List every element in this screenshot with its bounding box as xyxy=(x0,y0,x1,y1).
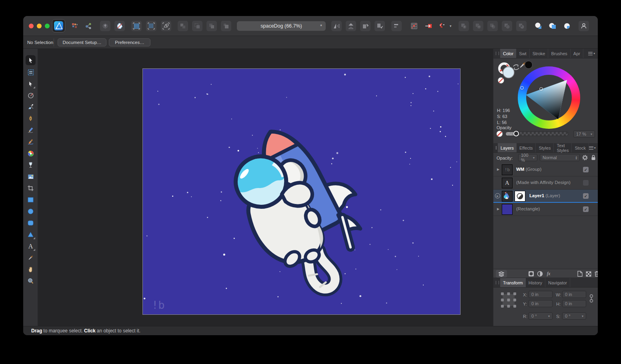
share-button[interactable] xyxy=(100,21,110,31)
unclip-canvas-button[interactable] xyxy=(114,21,125,31)
layer-thumbnail[interactable] xyxy=(502,191,513,202)
tab-history[interactable]: History xyxy=(526,278,545,287)
expand-arrow-icon[interactable]: ▶ xyxy=(495,193,500,198)
layer-thumbnail[interactable] xyxy=(502,204,513,215)
layers-panel-menu[interactable]: ▾ xyxy=(589,143,598,152)
move-whole-pixels-button[interactable] xyxy=(423,21,434,31)
canvas-area[interactable]: !b xyxy=(38,49,493,326)
vector-crop-tool[interactable] xyxy=(26,183,36,193)
opacity-slider-knob[interactable] xyxy=(513,131,519,136)
artboard-canvas[interactable]: !b xyxy=(143,69,460,314)
layer-thumbnail[interactable]: !b xyxy=(502,164,513,175)
flip-horizontal-button[interactable] xyxy=(331,21,342,31)
layer-row-rectangle[interactable]: ▶ (Rectangle) ✓ xyxy=(493,203,598,216)
lock-icon[interactable] xyxy=(591,154,596,161)
pixel-persona-button[interactable] xyxy=(70,21,80,31)
alignment-button[interactable] xyxy=(391,21,402,31)
show-grid-button[interactable] xyxy=(131,21,142,31)
layers-opacity-field[interactable]: 100 % ▾ xyxy=(518,154,537,161)
artboard-tool[interactable] xyxy=(26,67,36,77)
place-image-tool[interactable] xyxy=(26,172,36,182)
layer-visibility-checkbox[interactable]: ✓ xyxy=(583,193,589,199)
boolean-subtract-button[interactable] xyxy=(473,21,483,31)
transform-anchor-selector[interactable] xyxy=(500,291,517,309)
document-title-field[interactable]: spaceDog (66.7%) * xyxy=(237,21,326,31)
delete-layer-button[interactable] xyxy=(593,270,598,278)
tab-color[interactable]: Color xyxy=(500,49,516,58)
tab-stock[interactable]: Stock xyxy=(572,143,589,152)
s-field[interactable]: 0 °▾ xyxy=(562,312,586,320)
tab-layers[interactable]: Layers xyxy=(498,143,517,152)
preferences-button[interactable]: Preferences… xyxy=(109,38,150,46)
insert-behind-button[interactable] xyxy=(533,21,543,31)
rotate-clockwise-button[interactable] xyxy=(375,21,385,31)
node-tool[interactable] xyxy=(26,79,36,89)
blend-mode-field[interactable]: Normal ▴▾ xyxy=(540,154,580,161)
layer-row-watermark-text[interactable]: A (Made with Affinity Design) ✓ xyxy=(493,176,598,190)
arrange-backward-button[interactable] xyxy=(192,21,202,31)
tab-navigator[interactable]: Navigator xyxy=(545,278,570,287)
rotate-counterclockwise-button[interactable] xyxy=(360,21,371,31)
fill-color-swatch[interactable] xyxy=(503,67,514,78)
pixel-alignment-button[interactable] xyxy=(409,21,419,31)
boolean-add-button[interactable] xyxy=(459,21,469,31)
saturation-lightness-marker[interactable] xyxy=(539,87,543,91)
layer-settings-gear-icon[interactable] xyxy=(582,154,588,161)
triangle-shape-tool[interactable] xyxy=(26,230,36,240)
new-pixel-layer-button[interactable] xyxy=(585,270,593,278)
corner-tool[interactable] xyxy=(26,102,36,112)
export-persona-button[interactable] xyxy=(83,21,94,31)
vector-brush-tool[interactable] xyxy=(26,137,36,147)
hue-marker[interactable] xyxy=(520,86,524,90)
zoom-tool[interactable] xyxy=(26,276,36,286)
panel-grip[interactable] xyxy=(496,146,497,150)
hsl-triangle[interactable] xyxy=(518,66,580,129)
artistic-text-tool[interactable]: A xyxy=(26,241,36,251)
boolean-divide-button[interactable] xyxy=(502,21,512,31)
panel-grip[interactable] xyxy=(496,52,499,55)
layer-row-wm[interactable]: ▶ !b WM (Group) ✓ xyxy=(493,163,598,176)
rounded-rectangle-tool[interactable] xyxy=(26,218,36,228)
expand-arrow-icon[interactable]: ▶ xyxy=(497,207,499,211)
expand-arrow-icon[interactable]: ▶ xyxy=(497,168,499,171)
layer-mask-thumbnail[interactable] xyxy=(515,191,525,202)
layers-stack-button[interactable] xyxy=(496,270,507,278)
insert-on-top-button[interactable] xyxy=(547,21,558,31)
account-button[interactable] xyxy=(579,21,589,31)
minimize-window-button[interactable] xyxy=(37,24,42,28)
rectangle-tool[interactable] xyxy=(26,195,36,205)
point-transform-tool[interactable] xyxy=(26,90,36,100)
tab-styles[interactable]: Styles xyxy=(536,143,554,152)
new-layer-button[interactable] xyxy=(576,270,584,278)
color-wheel[interactable] xyxy=(518,66,580,129)
zoom-window-button[interactable] xyxy=(45,24,50,28)
snapping-button[interactable] xyxy=(437,21,447,31)
snapping-dropdown-arrow[interactable]: ▾ xyxy=(447,21,454,31)
adjustment-layer-button[interactable] xyxy=(536,270,544,278)
boolean-combine-button[interactable] xyxy=(516,21,527,31)
r-field[interactable]: 0 °▾ xyxy=(529,312,553,320)
tab-transform[interactable]: Transform xyxy=(500,278,526,287)
insert-inside-button[interactable] xyxy=(562,21,572,31)
link-dimensions-icon[interactable] xyxy=(589,294,593,305)
tab-stroke[interactable]: Stroke xyxy=(530,49,549,58)
layer-visibility-checkbox[interactable]: ✓ xyxy=(583,167,589,172)
layer-thumbnail[interactable]: A xyxy=(502,178,513,188)
pen-tool[interactable] xyxy=(26,114,36,124)
boolean-intersect-button[interactable] xyxy=(487,21,498,31)
arrange-front-button[interactable] xyxy=(221,21,231,31)
tab-text-styles[interactable]: Text Styles xyxy=(554,143,572,152)
layer-visibility-checkbox[interactable]: ✓ xyxy=(583,180,589,186)
color-panel-menu[interactable]: ▾ xyxy=(588,49,598,58)
select-objects-button[interactable] xyxy=(161,21,171,31)
flip-vertical-button[interactable] xyxy=(346,21,356,31)
tab-appearance[interactable]: Apr xyxy=(571,49,583,58)
arrange-forward-button[interactable] xyxy=(206,21,217,31)
designer-persona-button[interactable] xyxy=(52,19,65,32)
tab-effects[interactable]: Effects xyxy=(517,143,536,152)
layer-effects-button[interactable]: fx xyxy=(545,270,553,278)
layer-visibility-checkbox[interactable]: ✓ xyxy=(583,206,589,212)
color-picker-tool[interactable] xyxy=(26,253,36,263)
tab-swatches[interactable]: Swt xyxy=(516,49,529,58)
mask-layer-button[interactable] xyxy=(527,270,535,278)
